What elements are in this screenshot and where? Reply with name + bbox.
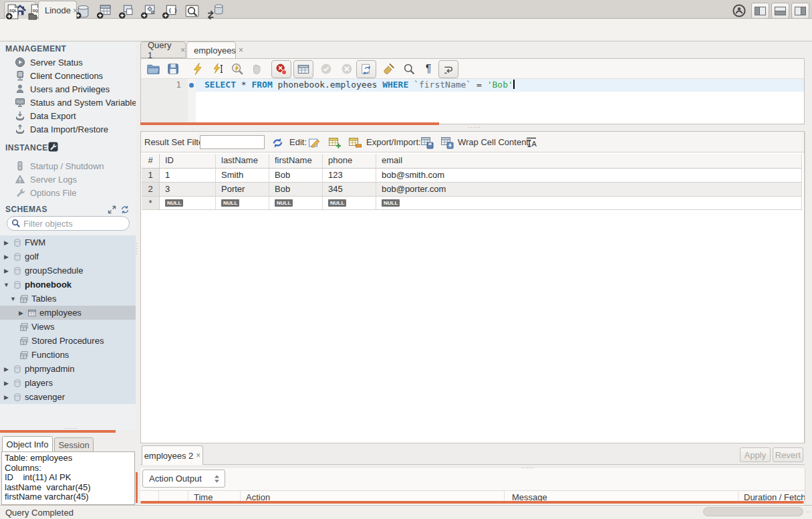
resize-corner-grip[interactable]: ·· <box>806 510 811 514</box>
import-records-button[interactable] <box>439 134 455 150</box>
chevron-right-icon[interactable]: ▶ <box>3 394 10 401</box>
apply-button[interactable]: Apply <box>740 447 771 462</box>
cell-email[interactable]: bob@smith.com <box>376 169 802 183</box>
tree-item-views[interactable]: Views <box>0 320 136 334</box>
cell-phone[interactable]: 123 <box>323 169 376 183</box>
table-row[interactable]: 1 1 Smith Bob 123 bob@smith.com <box>142 169 802 183</box>
chevron-down-icon[interactable]: ▼ <box>3 282 10 288</box>
tree-item-tables[interactable]: ▼Tables <box>0 292 136 306</box>
schema-filter-input[interactable] <box>23 219 117 229</box>
execute-current-statement-button[interactable] <box>209 60 227 78</box>
cell-email[interactable]: bob@porter.com <box>376 183 802 197</box>
toggle-bottom-panel-button[interactable] <box>771 3 789 19</box>
output-selector[interactable]: Action Output <box>142 470 225 488</box>
row-number[interactable]: 1 <box>142 169 160 183</box>
tab-close-icon[interactable]: × <box>180 45 185 55</box>
column-header[interactable]: phone <box>323 154 376 169</box>
limit-rows-button[interactable] <box>293 60 313 78</box>
chevron-right-icon[interactable]: ▶ <box>3 253 10 260</box>
tab-close-icon[interactable]: × <box>196 451 200 460</box>
create-table-button[interactable] <box>95 3 112 20</box>
splitter-grip[interactable]: ····· <box>64 426 78 430</box>
tree-item-functions[interactable]: Functions <box>0 348 136 362</box>
cell-lastname[interactable]: Smith <box>216 169 269 183</box>
row-number[interactable]: * <box>142 197 160 210</box>
sidebar-item-data-export[interactable]: Data Export <box>0 109 136 122</box>
show-invisibles-button[interactable]: ¶ <box>420 60 437 78</box>
refresh-schemas-icon[interactable] <box>120 205 130 214</box>
connection-tab-close-icon[interactable]: × <box>73 6 78 15</box>
toggle-word-wrap-button[interactable] <box>438 60 458 78</box>
tree-item-schema[interactable]: ▶scavenger <box>0 390 136 404</box>
tab-employees[interactable]: employees× <box>186 41 236 59</box>
delete-row-button[interactable] <box>347 134 363 150</box>
chevron-right-icon[interactable]: ▶ <box>17 310 25 316</box>
expand-schemas-icon[interactable] <box>108 205 116 214</box>
beautify-script-button[interactable] <box>380 60 398 78</box>
column-header[interactable]: # <box>142 154 160 169</box>
create-procedure-button[interactable] <box>139 3 156 20</box>
tab-result-employees-2[interactable]: employees 2× <box>142 445 203 465</box>
insert-row-button[interactable] <box>327 134 343 150</box>
commit-button[interactable] <box>317 60 335 78</box>
schema-filter[interactable] <box>7 216 130 231</box>
execute-statements-button[interactable] <box>189 60 207 78</box>
cell-null[interactable]: NULL <box>160 197 216 210</box>
stop-execution-button[interactable] <box>248 60 265 78</box>
sidebar-splitter-accent[interactable] <box>0 430 116 433</box>
sidebar-item-client-connections[interactable]: Client Connections <box>0 69 136 82</box>
sidebar-item-startup-shutdown[interactable]: Startup / Shutdown <box>0 159 136 173</box>
create-function-button[interactable]: { } <box>160 3 178 20</box>
tree-item-schema[interactable]: ▶golf <box>0 249 136 264</box>
cell-id[interactable]: 1 <box>160 169 216 183</box>
toggle-stop-on-error-button[interactable] <box>271 60 291 78</box>
cell-id[interactable]: 3 <box>160 183 216 197</box>
column-header[interactable]: lastName <box>216 154 269 169</box>
row-number[interactable]: 2 <box>142 183 160 197</box>
tree-item-schema[interactable]: ▶players <box>0 376 136 390</box>
reconnect-dbms-button[interactable] <box>206 3 223 20</box>
tab-session[interactable]: Session <box>54 437 94 452</box>
cell-lastname[interactable]: Porter <box>216 183 269 197</box>
cell-null[interactable]: NULL <box>216 197 269 210</box>
tree-item-schema-phonebook[interactable]: ▼phonebook <box>0 278 136 292</box>
toggle-right-panel-button[interactable] <box>791 3 809 19</box>
rollback-button[interactable] <box>338 60 356 78</box>
sidebar-item-data-import[interactable]: Data Import/Restore <box>0 122 136 136</box>
tab-query-1[interactable]: Query 1× <box>140 41 186 58</box>
toggle-autocommit-button[interactable] <box>356 60 376 78</box>
explain-statement-button[interactable] <box>229 60 246 78</box>
editor-splitter-accent[interactable] <box>140 122 439 125</box>
cell-phone[interactable]: 345 <box>323 183 376 197</box>
user-status-button[interactable] <box>730 2 748 19</box>
sidebar-item-server-status[interactable]: Server Status <box>0 56 136 69</box>
create-view-button[interactable] <box>117 3 134 20</box>
cell-firstname[interactable]: Bob <box>269 183 323 197</box>
cell-null[interactable]: NULL <box>269 197 323 210</box>
revert-button[interactable]: Revert <box>773 447 803 462</box>
cell-null[interactable]: NULL <box>376 197 802 210</box>
chevron-down-icon[interactable]: ▼ <box>9 296 17 302</box>
chevron-right-icon[interactable]: ▶ <box>3 268 10 274</box>
result-filter-input[interactable] <box>200 135 265 149</box>
find-button[interactable] <box>400 60 418 78</box>
open-file-button[interactable] <box>144 60 162 78</box>
toggle-left-panel-button[interactable] <box>751 3 769 19</box>
cell-firstname[interactable]: Bob <box>269 169 323 183</box>
sidebar-item-options-file[interactable]: Options File <box>0 186 136 199</box>
tree-item-schema[interactable]: ▶groupSchedule <box>0 264 136 278</box>
wrap-cell-content-button[interactable]: A <box>523 134 539 150</box>
edit-cell-button[interactable] <box>307 134 323 150</box>
column-header[interactable]: ID <box>160 154 216 169</box>
sidebar-item-server-logs[interactable]: Server Logs <box>0 173 136 186</box>
new-sql-tab-button[interactable]: SQL <box>4 3 21 20</box>
tab-object-info[interactable]: Object Info <box>2 436 53 452</box>
chevron-right-icon[interactable]: ▶ <box>3 380 10 387</box>
column-header[interactable]: firstName <box>269 154 323 169</box>
horizontal-scrollbar-thumb[interactable] <box>703 507 803 516</box>
connection-tab[interactable]: Linode × <box>38 1 77 19</box>
vertical-splitter-grip[interactable]: ····· <box>135 242 139 255</box>
export-results-button[interactable] <box>419 134 435 150</box>
sidebar-item-status-variables[interactable]: Status and System Variables <box>0 96 136 109</box>
action-output-scrollbar[interactable] <box>805 468 812 505</box>
